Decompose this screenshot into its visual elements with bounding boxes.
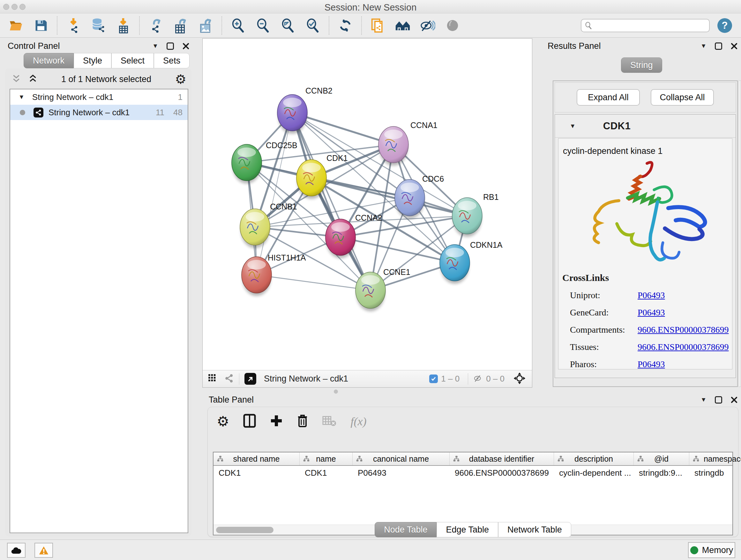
network-graph[interactable]: CCNB2CCNA1CDC25BCDK1CDC6RB1CCNB1CCNA2HIS… [203, 39, 532, 370]
panel-float-icon[interactable] [166, 43, 174, 50]
delete-column-trash-icon[interactable] [297, 414, 308, 429]
table-cell[interactable]: stringdb [689, 466, 741, 480]
column-header-name[interactable]: name [300, 452, 353, 465]
table-cell[interactable]: stringdb:9... [634, 466, 689, 480]
panel-menu-icon[interactable]: ▼ [700, 43, 706, 50]
network-node-CCNA1[interactable] [379, 126, 408, 166]
column-header-namespace[interactable]: namespace [689, 452, 741, 465]
tab-select[interactable]: Select [111, 53, 154, 68]
panel-menu-icon[interactable]: ▼ [152, 43, 158, 50]
panel-float-icon[interactable] [715, 396, 722, 403]
cloud-status-button[interactable] [7, 543, 25, 558]
tab-edge-table[interactable]: Edge Table [436, 522, 498, 537]
export-image-button[interactable] [198, 18, 213, 33]
zoom-fit-button[interactable] [280, 18, 295, 33]
column-header-description[interactable]: description [554, 452, 634, 465]
zoom-selected-button[interactable] [305, 18, 320, 33]
birds-eye-view-icon[interactable] [208, 374, 218, 384]
section-expander-icon[interactable]: ▼ [569, 123, 576, 130]
export-table-button[interactable] [173, 18, 188, 33]
expand-all-networks-icon[interactable] [28, 74, 38, 84]
network-node-CDK1[interactable] [296, 160, 327, 199]
expand-all-button[interactable]: Expand All [577, 89, 640, 106]
network-edge[interactable] [340, 237, 455, 263]
network-node-CDKN1A[interactable] [440, 245, 470, 284]
network-node-CCNB1[interactable] [240, 209, 270, 248]
network-node-CCNA2[interactable] [326, 219, 355, 258]
refresh-view-button[interactable] [338, 18, 353, 33]
table-cell[interactable]: CDK1 [300, 466, 353, 480]
panel-float-icon[interactable] [715, 43, 722, 50]
network-edge[interactable] [292, 113, 394, 145]
collection-expander-icon[interactable]: ▼ [18, 94, 24, 101]
panel-close-icon[interactable] [731, 43, 738, 50]
tab-string[interactable]: String [621, 57, 662, 73]
save-session-button[interactable] [33, 18, 49, 33]
gene-section-header[interactable]: ▼ CDK1 [555, 115, 736, 138]
column-header-database-identifier[interactable]: database identifier [450, 452, 554, 465]
column-header-shared-name[interactable]: shared name [213, 452, 300, 465]
open-session-button[interactable] [8, 18, 23, 33]
add-column-icon[interactable] [270, 415, 283, 428]
tab-network-table[interactable]: Network Table [498, 522, 571, 537]
table-cell[interactable]: CDK1 [213, 466, 300, 480]
panel-close-icon[interactable] [731, 396, 738, 403]
network-row-selected[interactable]: String Network – cdk1 11 48 [10, 105, 188, 120]
collapse-all-networks-icon[interactable] [11, 74, 21, 84]
open-in-new-window-icon[interactable] [245, 373, 256, 385]
network-edge[interactable] [292, 113, 370, 290]
zoom-out-button[interactable] [255, 18, 271, 33]
crosslink-value-link[interactable]: 9606.ENSP00000378699 [637, 325, 729, 335]
tab-sets[interactable]: Sets [154, 53, 190, 68]
import-network-from-database-button[interactable] [91, 18, 106, 33]
network-collection-row[interactable]: ▼ String Network – cdk1 1 [10, 89, 188, 105]
results-scrollbar[interactable] [738, 80, 741, 387]
search-input[interactable] [595, 20, 706, 30]
table-options-gear-icon[interactable]: ⚙ [217, 415, 229, 428]
import-table-from-file-button[interactable] [116, 18, 131, 33]
tab-node-table[interactable]: Node Table [375, 522, 436, 537]
table-cell[interactable]: 9606.ENSP00000378699 [450, 466, 554, 480]
import-network-from-file-button[interactable] [66, 18, 81, 33]
tab-style[interactable]: Style [74, 53, 111, 68]
tab-network[interactable]: Network [23, 53, 74, 68]
network-options-gear-icon[interactable]: ⚙ [175, 73, 186, 85]
export-network-button[interactable] [148, 18, 163, 33]
network-node-RB1[interactable] [452, 198, 482, 237]
inspector-button[interactable] [445, 18, 460, 33]
network-canvas[interactable]: CCNB2CCNA1CDC25BCDK1CDC6RB1CCNB1CCNA2HIS… [202, 38, 532, 388]
table-cell[interactable]: P06493 [353, 466, 450, 480]
crosslink-value-link[interactable]: P06493 [637, 307, 665, 318]
network-node-HIST1H1A[interactable] [242, 257, 272, 296]
copy-network-button[interactable] [370, 18, 386, 33]
crosslink-value-link[interactable]: 9606.ENSP00000378699 [637, 342, 729, 352]
network-share-icon[interactable] [224, 374, 234, 384]
search-bar[interactable] [581, 19, 710, 32]
crosslink-value-link[interactable]: P06493 [637, 359, 665, 369]
function-builder-icon[interactable]: f(x) [350, 415, 366, 428]
network-edge[interactable] [257, 275, 370, 290]
crosslink-value-link[interactable]: P06493 [637, 290, 665, 300]
string-home-button[interactable] [395, 18, 410, 33]
table-data-row[interactable]: CDK1CDK1P064939606.ENSP00000378699cyclin… [213, 466, 732, 480]
fit-content-crosshair-icon[interactable] [514, 372, 526, 386]
delete-table-icon[interactable] [322, 415, 336, 428]
selected-nodes-checkbox[interactable] [429, 374, 438, 383]
hide-enrichment-button[interactable] [420, 18, 435, 33]
show-columns-icon[interactable] [243, 414, 256, 429]
network-node-CDC6[interactable] [395, 179, 425, 219]
panel-close-icon[interactable] [182, 43, 190, 50]
warnings-button[interactable] [35, 543, 53, 558]
panel-menu-icon[interactable]: ▼ [700, 396, 706, 403]
network-node-CCNB2[interactable] [277, 95, 307, 134]
zoom-in-button[interactable] [230, 18, 246, 33]
network-node-CCNE1[interactable] [355, 272, 386, 311]
column-header--id[interactable]: @id [634, 452, 689, 465]
collapse-all-button[interactable]: Collapse All [651, 89, 714, 106]
memory-button[interactable]: Memory [688, 542, 735, 558]
network-node-CDC25B[interactable] [232, 144, 262, 184]
column-header-canonical-name[interactable]: canonical name [353, 452, 450, 465]
help-button[interactable]: ? [718, 18, 732, 33]
hidden-eye-icon[interactable] [473, 374, 483, 384]
table-cell[interactable]: cyclin-dependent ... [554, 466, 634, 480]
